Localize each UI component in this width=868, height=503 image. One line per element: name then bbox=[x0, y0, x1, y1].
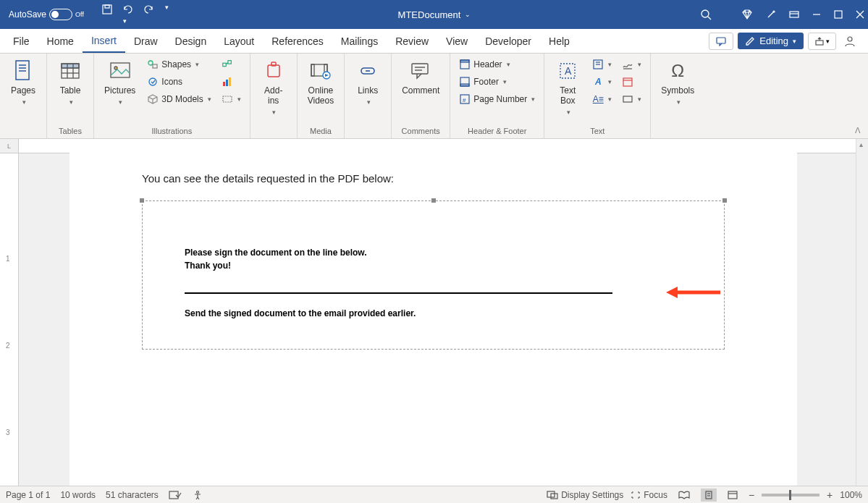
chart-icon bbox=[222, 76, 233, 88]
object-button[interactable]: ▾ bbox=[619, 91, 644, 107]
group-label-text: Text bbox=[590, 127, 604, 137]
tab-mailings[interactable]: Mailings bbox=[332, 29, 387, 53]
shapes-button[interactable]: Shapes▾ bbox=[144, 56, 214, 72]
svg-point-65 bbox=[196, 491, 198, 493]
intro-text[interactable]: You can see the details requested in the… bbox=[142, 171, 725, 187]
pdf-line2: Thank you! bbox=[185, 259, 682, 272]
vertical-scrollbar[interactable]: ▴ bbox=[856, 139, 868, 486]
status-bar: Page 1 of 1 10 words 51 characters Displ… bbox=[0, 486, 868, 503]
editing-mode-button[interactable]: Editing ▾ bbox=[738, 33, 804, 49]
ruler-corner: L bbox=[0, 139, 19, 153]
title-dropdown-icon[interactable]: ⌄ bbox=[465, 11, 471, 18]
svg-point-27 bbox=[148, 61, 153, 65]
dropcap-button[interactable]: A≡▾ bbox=[589, 91, 615, 107]
ribbon-options-icon[interactable] bbox=[788, 9, 800, 20]
svg-rect-64 bbox=[169, 491, 178, 499]
pictures-icon bbox=[109, 59, 132, 83]
quickparts-button[interactable]: ▾ bbox=[589, 56, 615, 72]
page-number-button[interactable]: #Page Number▾ bbox=[456, 91, 538, 107]
datetime-button[interactable] bbox=[619, 74, 644, 90]
table-button[interactable]: Table▾ bbox=[53, 56, 88, 109]
resize-handle[interactable] bbox=[431, 198, 436, 203]
account-icon[interactable] bbox=[840, 35, 859, 48]
print-layout-button[interactable] bbox=[701, 489, 717, 502]
tab-review[interactable]: Review bbox=[387, 29, 437, 53]
status-words[interactable]: 10 words bbox=[60, 490, 96, 500]
status-chars[interactable]: 51 characters bbox=[106, 490, 159, 500]
tab-design[interactable]: Design bbox=[167, 29, 216, 53]
document-title[interactable]: MTEDocument bbox=[398, 9, 461, 20]
vertical-ruler[interactable]: 1 2 3 bbox=[0, 153, 19, 486]
addins-button[interactable]: Add- ins▾ bbox=[256, 56, 291, 119]
collapse-ribbon-icon[interactable]: ᐱ bbox=[848, 123, 868, 138]
links-button[interactable]: Links▾ bbox=[350, 56, 385, 109]
comment-icon bbox=[409, 59, 432, 83]
pages-button[interactable]: Pages▾ bbox=[6, 56, 41, 109]
wand-icon[interactable] bbox=[765, 9, 777, 20]
comments-pane-button[interactable] bbox=[709, 33, 733, 50]
svg-rect-44 bbox=[412, 64, 428, 74]
read-mode-button[interactable] bbox=[675, 489, 694, 502]
resize-handle[interactable] bbox=[722, 198, 727, 203]
tab-insert[interactable]: Insert bbox=[83, 29, 125, 53]
pdf-line3: Send the signed document to the email pr… bbox=[185, 307, 682, 320]
embedded-pdf-object[interactable]: Please sign the document on the line bel… bbox=[142, 200, 725, 350]
icons-icon bbox=[147, 76, 159, 88]
save-icon[interactable] bbox=[101, 4, 113, 25]
autosave-toggle[interactable]: AutoSave Off bbox=[9, 9, 84, 20]
status-page[interactable]: Page 1 of 1 bbox=[6, 490, 50, 500]
close-icon[interactable] bbox=[855, 9, 865, 20]
shapes-icon bbox=[147, 59, 159, 70]
svg-rect-1 bbox=[105, 5, 109, 8]
tab-home[interactable]: Home bbox=[38, 29, 83, 53]
symbols-button[interactable]: Ω Symbols▾ bbox=[657, 56, 699, 109]
svg-rect-37 bbox=[271, 62, 276, 66]
zoom-level[interactable]: 100% bbox=[840, 490, 862, 500]
document-page[interactable]: You can see the details requested in the… bbox=[69, 139, 797, 486]
icons-button[interactable]: Icons bbox=[144, 74, 214, 90]
svg-text:A: A bbox=[565, 65, 572, 77]
redo-icon[interactable] bbox=[143, 4, 155, 25]
pictures-button[interactable]: Pictures▾ bbox=[100, 56, 140, 109]
tab-help[interactable]: Help bbox=[540, 29, 578, 53]
resize-handle[interactable] bbox=[140, 198, 144, 203]
tab-view[interactable]: View bbox=[437, 29, 476, 53]
wordart-button[interactable]: A▾ bbox=[589, 74, 615, 90]
search-button[interactable] bbox=[700, 9, 712, 20]
svg-point-29 bbox=[149, 78, 156, 85]
svg-rect-6 bbox=[790, 12, 799, 17]
tab-layout[interactable]: Layout bbox=[215, 29, 263, 53]
focus-button[interactable]: Focus bbox=[631, 490, 667, 500]
display-settings-button[interactable]: Display Settings bbox=[547, 490, 623, 500]
chart-button[interactable] bbox=[219, 74, 244, 90]
accessibility-icon[interactable] bbox=[192, 490, 203, 500]
video-icon bbox=[309, 59, 332, 83]
screenshot-button[interactable]: ▾ bbox=[219, 91, 244, 107]
3d-models-button[interactable]: 3D Models▾ bbox=[144, 91, 214, 107]
zoom-slider[interactable] bbox=[762, 494, 819, 496]
share-button[interactable]: ▾ bbox=[808, 33, 836, 50]
zoom-out-button[interactable]: − bbox=[749, 489, 754, 501]
zoom-in-button[interactable]: + bbox=[827, 489, 833, 501]
tab-references[interactable]: References bbox=[263, 29, 332, 53]
comment-button[interactable]: Comment bbox=[397, 56, 444, 98]
tab-draw[interactable]: Draw bbox=[125, 29, 167, 53]
maximize-icon[interactable] bbox=[833, 9, 843, 20]
footer-button[interactable]: Footer▾ bbox=[456, 74, 538, 90]
tab-developer[interactable]: Developer bbox=[476, 29, 540, 53]
signature-line bbox=[185, 292, 612, 294]
textbox-button[interactable]: A Text Box▾ bbox=[550, 56, 585, 119]
svg-text:#: # bbox=[463, 97, 466, 103]
signature-button[interactable]: ▾ bbox=[619, 56, 644, 72]
spellcheck-icon[interactable] bbox=[169, 490, 182, 500]
svg-rect-15 bbox=[16, 61, 29, 80]
online-videos-button[interactable]: Online Videos bbox=[303, 56, 338, 109]
tab-file[interactable]: File bbox=[4, 29, 38, 53]
header-button[interactable]: Header▾ bbox=[456, 56, 538, 72]
diamond-icon[interactable] bbox=[741, 8, 754, 21]
web-layout-button[interactable] bbox=[724, 489, 741, 502]
svg-rect-31 bbox=[228, 61, 231, 64]
smartart-button[interactable] bbox=[219, 56, 244, 72]
minimize-icon[interactable] bbox=[812, 9, 822, 20]
undo-icon[interactable]: ▾ bbox=[122, 4, 135, 25]
